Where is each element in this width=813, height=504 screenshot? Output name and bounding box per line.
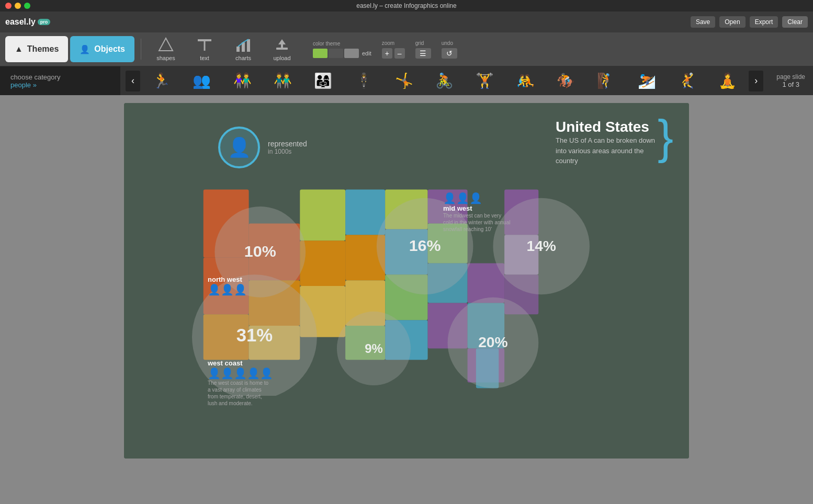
figure-6[interactable]: 🕴️ bbox=[355, 72, 373, 89]
open-button[interactable]: Open bbox=[719, 16, 745, 28]
northwest-label: north west 👤👤👤 bbox=[208, 276, 247, 296]
undo-label: undo bbox=[442, 40, 453, 46]
figure-3[interactable]: 👫 bbox=[233, 72, 252, 89]
westcoast-desc: The west coast is home to a vast array o… bbox=[208, 380, 270, 407]
shapes-button[interactable]: shapes bbox=[148, 34, 184, 64]
zoom-label: zoom bbox=[382, 40, 394, 46]
northwest-icons: 👤👤👤 bbox=[208, 283, 247, 296]
figure-9[interactable]: 🏋️ bbox=[476, 72, 494, 89]
page-slide-value: 1 of 3 bbox=[776, 81, 805, 88]
midwest-text: mid west bbox=[443, 204, 511, 212]
objects-label: Objects bbox=[94, 44, 125, 54]
figure-1[interactable]: 🏃 bbox=[152, 72, 171, 89]
zoom-in-button[interactable]: + bbox=[382, 48, 392, 59]
logo: easel.ly pro bbox=[5, 17, 50, 27]
canvas-area: 👤 represented in 1000s bbox=[0, 95, 813, 504]
figure-4[interactable]: 👬 bbox=[274, 72, 292, 89]
svg-rect-30 bbox=[468, 264, 505, 303]
in-thousands-label: in 1000s bbox=[268, 148, 307, 155]
us-title: United States bbox=[556, 119, 660, 135]
figure-7[interactable]: 🤸 bbox=[395, 72, 413, 89]
svg-rect-6 bbox=[276, 48, 288, 50]
page-slide-label: page slide bbox=[776, 73, 805, 81]
svg-rect-15 bbox=[300, 189, 345, 240]
figure-5[interactable]: 👨‍👩‍👧 bbox=[314, 72, 332, 89]
person-circle-icon: 👤 bbox=[218, 127, 260, 168]
export-button[interactable]: Export bbox=[750, 16, 778, 28]
midwest-icons: 👤👤👤 bbox=[443, 192, 511, 204]
figure-12[interactable]: 🧗 bbox=[597, 72, 615, 89]
close-button[interactable] bbox=[5, 3, 12, 9]
svg-rect-5 bbox=[247, 39, 250, 52]
figure-2[interactable]: 👥 bbox=[193, 72, 211, 89]
color-swatch-gray[interactable] bbox=[344, 49, 359, 58]
represented-box: 👤 represented in 1000s bbox=[218, 127, 307, 168]
choose-category-text: choose category bbox=[10, 73, 110, 81]
figure-8[interactable]: 🚴 bbox=[435, 72, 454, 89]
canvas[interactable]: 👤 represented in 1000s bbox=[124, 103, 689, 459]
action-toolbar: easel.ly pro Save Open Export Clear bbox=[0, 12, 813, 32]
main-toolbar: ▲ Themes 👤 Objects shapes text charts up… bbox=[0, 32, 813, 66]
zoom-controls: + – bbox=[382, 48, 405, 59]
brace-icon: } bbox=[658, 113, 673, 161]
people-link[interactable]: people » bbox=[10, 81, 110, 89]
text-button[interactable]: text bbox=[186, 34, 223, 64]
figure-11[interactable]: 🏇 bbox=[557, 72, 575, 89]
northwest-text: north west bbox=[208, 276, 247, 283]
objects-icon: 👤 bbox=[80, 44, 90, 54]
upload-icon bbox=[274, 37, 290, 53]
represented-text: represented in 1000s bbox=[268, 140, 307, 155]
svg-rect-16 bbox=[300, 240, 345, 286]
logo-text: easel.ly bbox=[5, 17, 36, 27]
themes-icon: ▲ bbox=[15, 44, 23, 54]
svg-text:20%: 20% bbox=[478, 334, 507, 350]
color-swatch-green[interactable] bbox=[313, 49, 328, 58]
nav-prev-button[interactable]: ‹ bbox=[126, 71, 140, 91]
clear-button[interactable]: Clear bbox=[782, 16, 808, 28]
traffic-lights bbox=[5, 3, 30, 9]
maximize-button[interactable] bbox=[24, 3, 30, 9]
title-bar: easel.ly – create Infographics online bbox=[0, 0, 813, 12]
undo-button[interactable]: ↺ bbox=[442, 48, 457, 59]
svg-marker-0 bbox=[159, 38, 173, 51]
zoom-out-button[interactable]: – bbox=[394, 48, 405, 59]
themes-label: Themes bbox=[27, 44, 59, 54]
shapes-icon bbox=[158, 37, 174, 53]
svg-marker-7 bbox=[278, 39, 286, 44]
represented-label: represented bbox=[268, 140, 307, 148]
midwest-desc: The midwest can be very cold in the wint… bbox=[443, 212, 511, 233]
svg-text:14%: 14% bbox=[526, 237, 556, 254]
people-figures: 🏃 👥 👫 👬 👨‍👩‍👧 🕴️ 🤸 🚴 🏋️ 🤼 🏇 🧗 ⛷️ 🤾 🧘 bbox=[143, 72, 746, 89]
undo-group: undo ↺ bbox=[442, 40, 457, 59]
figure-15[interactable]: 🧘 bbox=[718, 72, 737, 89]
category-nav: ‹ 🏃 👥 👫 👬 👨‍👩‍👧 🕴️ 🤸 🚴 🏋️ 🤼 🏇 🧗 ⛷️ 🤾 🧘 › bbox=[120, 71, 769, 91]
svg-rect-3 bbox=[236, 47, 240, 52]
nav-next-button[interactable]: › bbox=[749, 71, 763, 91]
themes-tab[interactable]: ▲ Themes bbox=[5, 36, 68, 62]
right-controls: color theme edit zoom + – grid ☰ undo ↺ bbox=[313, 40, 457, 59]
color-theme-edit[interactable]: edit bbox=[362, 50, 371, 56]
color-theme-group: color theme edit bbox=[313, 41, 371, 58]
objects-tab[interactable]: 👤 Objects bbox=[70, 36, 134, 62]
figure-13[interactable]: ⛷️ bbox=[638, 72, 656, 89]
figure-10[interactable]: 🤼 bbox=[516, 72, 535, 89]
category-bar: choose category people » ‹ 🏃 👥 👫 👬 👨‍👩‍👧… bbox=[0, 66, 813, 95]
grid-button[interactable]: ☰ bbox=[415, 48, 431, 59]
minimize-button[interactable] bbox=[15, 3, 21, 9]
window-title: easel.ly – create Infographics online bbox=[356, 2, 456, 9]
logo-badge: pro bbox=[38, 19, 51, 25]
figure-14[interactable]: 🤾 bbox=[678, 72, 696, 89]
midwest-label: 👤👤👤 mid west The midwest can be very col… bbox=[443, 192, 511, 233]
text-icon bbox=[197, 37, 212, 53]
westcoast-label: west coast 👤👤👤👤👤 The west coast is home … bbox=[208, 359, 273, 407]
upload-button[interactable]: upload bbox=[264, 34, 300, 64]
us-title-block: United States The US of A can be broken … bbox=[556, 119, 660, 166]
svg-rect-18 bbox=[345, 189, 385, 235]
color-theme-label: color theme bbox=[313, 41, 340, 47]
svg-text:16%: 16% bbox=[409, 236, 441, 254]
category-label-box: choose category people » bbox=[0, 66, 120, 95]
westcoast-text: west coast bbox=[208, 359, 273, 367]
save-button[interactable]: Save bbox=[691, 16, 715, 28]
charts-button[interactable]: charts bbox=[225, 34, 262, 64]
color-swatch-dgray[interactable] bbox=[329, 49, 343, 58]
